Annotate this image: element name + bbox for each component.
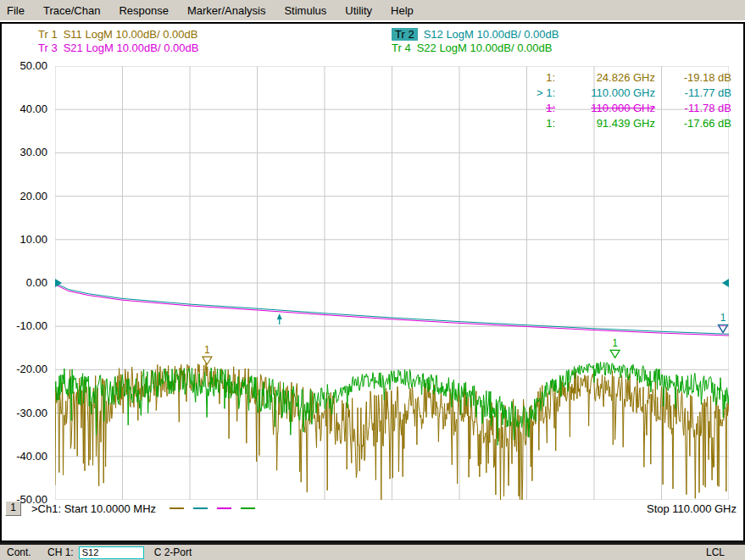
menu-item-trace-chan[interactable]: Trace/Chan — [36, 2, 107, 19]
trace-legend-tr1-detail: S11 LogM 10.00dB/ 0.00dB — [64, 28, 198, 41]
marker-readout-row: 1:91.439 GHz-17.66 dB — [525, 115, 731, 130]
footer-row: 1 >Ch1: Start 10.0000 MHz Stop 110.000 G… — [5, 501, 737, 516]
trace-legend-tr3-detail: S21 LogM 10.00dB/ 0.00dB — [64, 42, 199, 54]
marker-arrow-up-head — [277, 313, 282, 319]
menu-item-stimulus[interactable]: Stimulus — [277, 2, 333, 19]
trace-legend-tr4-detail: S22 LogM 10.00dB/ 0.00dB — [417, 42, 553, 54]
marker-readout-cell: -11.78 dB — [655, 102, 731, 114]
display-area: Tr 1 S11 LogM 10.00dB/ 0.00dB Tr 3 S21 L… — [0, 22, 745, 542]
menu-bar: File Trace/Chan Response Marker/Analysis… — [0, 0, 745, 20]
marker-readout-cell: 24.826 GHz — [555, 71, 655, 84]
trace-dash-tr2 — [193, 507, 208, 509]
measurement-select[interactable]: S12 — [79, 546, 144, 559]
marker-readout-row: 1:110.000 GHz-11.78 dB — [525, 100, 731, 115]
trace-legend-tr3[interactable]: Tr 3 S21 LogM 10.00dB/ 0.00dB — [38, 41, 198, 54]
start-freq-label: >Ch1: Start 10.0000 MHz — [31, 502, 156, 515]
y-axis-tick: 0.00 — [2, 276, 47, 289]
plot-svg: 111 — [55, 66, 729, 500]
marker-readout-cell: 1: — [525, 102, 555, 114]
y-axis-tick: 30.00 — [2, 146, 47, 158]
ref-level-marker-right — [722, 279, 729, 287]
marker-triangle[interactable] — [203, 357, 212, 364]
marker-readout-cell: 110.000 GHz — [555, 102, 655, 114]
marker-readout-cell: -17.66 dB — [655, 117, 731, 130]
menu-item-response[interactable]: Response — [112, 2, 175, 19]
marker-readouts: 1:24.826 GHz-19.18 dB> 1:110.000 GHz-11.… — [525, 69, 731, 130]
marker-label: 1 — [720, 312, 726, 324]
menu-item-help[interactable]: Help — [384, 2, 420, 19]
menu-item-marker-analysis[interactable]: Marker/Analysis — [181, 2, 272, 19]
marker-readout-cell: 1: — [525, 71, 555, 84]
trace-dash-tr3 — [217, 507, 231, 509]
trace-dash-tr4 — [241, 507, 255, 509]
y-axis-tick: -40.00 — [2, 450, 47, 463]
y-axis-tick: -30.00 — [2, 407, 47, 419]
menu-item-file[interactable]: File — [0, 2, 31, 19]
trace-legend-tr2-id: Tr 2 — [392, 28, 418, 41]
y-axis-tick: -20.00 — [2, 363, 47, 375]
trace-legend-tr3-id: Tr 3 — [38, 42, 58, 54]
channel-label: CH 1: — [47, 546, 74, 558]
marker-readout-cell: 1: — [525, 117, 555, 130]
marker-readout-row: 1:24.826 GHz-19.18 dB — [525, 69, 731, 85]
stop-freq-label: Stop 110.000 GHz — [647, 502, 737, 515]
trace-legend-tr2-detail: S12 LogM 10.00dB/ 0.00dB — [424, 28, 559, 41]
marker-label: 1 — [204, 344, 210, 356]
lcl-status: LCL — [706, 546, 725, 558]
channel-button[interactable]: 1 — [5, 501, 21, 516]
marker-readout-cell: > 1: — [525, 86, 555, 99]
trace-legend-tr4-id: Tr 4 — [392, 42, 411, 54]
trace-legend-tr4[interactable]: Tr 4 S22 LogM 10.00dB/ 0.00dB — [392, 41, 552, 54]
menu-item-utility[interactable]: Utility — [338, 2, 379, 19]
y-axis-tick: 50.00 — [2, 59, 47, 72]
status-bar: Cont. CH 1: S12 C 2-Port LCL — [0, 545, 745, 560]
marker-readout-cell: -11.77 dB — [655, 86, 731, 99]
marker-readout-row: > 1:110.000 GHz-11.77 dB — [525, 85, 731, 100]
vna-screen: File Trace/Chan Response Marker/Analysis… — [0, 0, 745, 560]
y-axis: 50.0040.0030.0020.0010.000.00-10.00-20.0… — [2, 66, 51, 500]
trace-legend-tr2[interactable]: Tr 2 S12 LogM 10.00dB/ 0.00dB — [392, 27, 559, 41]
trace-legend-tr1[interactable]: Tr 1 S11 LogM 10.00dB/ 0.00dB — [38, 27, 197, 41]
y-axis-tick: 20.00 — [2, 190, 47, 202]
marker-readout-cell: 110.000 GHz — [555, 86, 655, 99]
plot-area: 111 — [55, 66, 729, 500]
marker-readout-cell: -19.18 dB — [655, 71, 731, 84]
marker-readout-cell: 91.439 GHz — [555, 117, 655, 130]
trace-legend-tr1-id: Tr 1 — [38, 28, 58, 41]
y-axis-tick: -10.00 — [2, 319, 47, 332]
marker-triangle[interactable] — [610, 350, 620, 358]
acquisition-status: Cont. — [7, 546, 44, 558]
cal-status: C 2-Port — [154, 546, 192, 558]
y-axis-tick: 10.00 — [2, 233, 47, 246]
y-axis-tick: 40.00 — [2, 103, 47, 115]
marker-label: 1 — [612, 337, 618, 349]
trace-dash-tr1 — [170, 507, 184, 509]
